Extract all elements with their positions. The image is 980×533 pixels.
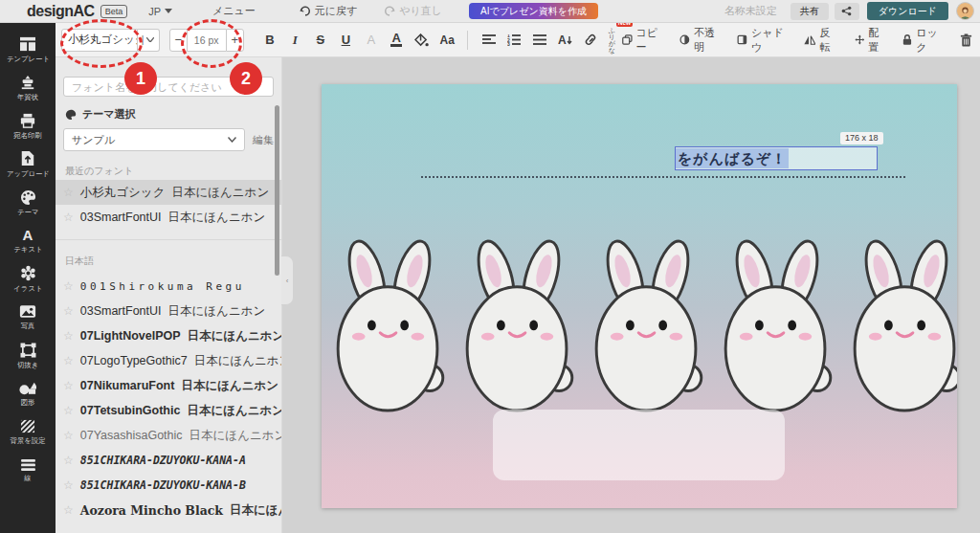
line-spacing-button[interactable] [526,28,551,53]
font-size-increase-button[interactable]: + [226,29,244,52]
flip-button[interactable]: 反転 [804,26,836,55]
panel-scrollbar[interactable] [275,105,279,276]
language-dropdown[interactable]: JP [148,6,172,17]
document-title[interactable]: 名称未設定 [724,4,777,18]
theme-edit-link[interactable]: 編集 [253,133,274,147]
furigana-button[interactable]: New ふり がな [609,27,622,54]
sidebar-item-templates[interactable]: テンプレート [0,31,56,69]
sidebar-item-theme[interactable]: テーマ [0,184,56,222]
design-canvas[interactable]: 176 x 18 をがんばるぞ！ [322,84,957,508]
chevron-down-icon [228,137,236,143]
newyear-card-icon [19,75,36,90]
favorite-star-icon[interactable]: ☆ [63,503,74,517]
text-color-button[interactable]: A [384,28,409,53]
sidebar-item-photo[interactable]: 写真 [0,299,56,337]
favorite-star-icon[interactable]: ☆ [63,454,74,467]
sidebar-item-address-print[interactable]: 宛名印刷 [0,107,56,145]
text-case-button[interactable]: Aa [434,28,459,53]
theme-dropdown[interactable]: サンプル [63,128,245,151]
favorite-star-icon[interactable]: ☆ [63,478,74,492]
font-list-item[interactable]: ☆ 小杉丸ゴシック 日本にほんニホン [56,180,282,205]
bunny-illustration[interactable] [462,235,575,413]
fill-color-button[interactable] [410,28,434,53]
bunny-illustration[interactable] [850,235,957,413]
sidebar-item-line[interactable]: 線 [0,452,56,490]
font-name-select[interactable]: 小杉丸ゴシック [61,29,138,52]
font-list-item[interactable]: ☆ 03SmartFontUI 日本にほんニホン [56,205,282,230]
theme-select-label: テーマ選択 [65,107,136,122]
text-icon: A [20,228,35,242]
chevron-down-icon [165,9,172,13]
undo-button[interactable]: 元に戻す [300,4,358,18]
workspace[interactable]: 176 x 18 をがんばるぞ！ [282,57,980,533]
bunny-illustration[interactable] [721,235,834,413]
dotted-line-graphic[interactable] [421,176,905,178]
font-list-item[interactable]: ☆ 851CHIKARA-DZUYOKU-KANA-B [56,473,282,498]
font-list-item[interactable]: ☆ Aozora Mincho Black 日本にほんニホン [56,498,282,522]
user-avatar[interactable] [956,2,974,20]
strikethrough-button[interactable]: S [308,28,333,53]
font-list-item[interactable]: ☆ 07NikumaruFont 日本にほんニホン [56,373,282,398]
text-placeholder-box[interactable] [493,410,785,480]
share-link-button[interactable] [835,3,859,20]
favorite-star-icon[interactable]: ☆ [63,379,74,392]
sidebar-item-illustration[interactable]: イラスト [0,260,56,299]
bold-button[interactable]: B [257,28,282,53]
photo-icon [19,304,36,319]
font-list-item[interactable]: ☆ 851CHIKARA-DZUYOKU-KANA-A [56,448,282,473]
font-list-item[interactable]: ☆ 07TetsubinGothic 日本にほんニホン [56,398,282,423]
opacity-icon [679,33,690,46]
font-style-dropdown[interactable]: | [138,29,160,52]
bunny-illustration[interactable] [333,235,446,413]
sidebar-item-upload[interactable]: アップロード [0,145,56,184]
font-size-value[interactable]: 16 px [188,29,226,52]
redo-button[interactable]: やり直し [384,4,442,18]
menu-button[interactable]: メニュー [212,4,256,18]
paint-bucket-icon [414,33,429,47]
share-button[interactable]: 共有 [791,3,829,20]
italic-button[interactable]: I [282,28,307,53]
panel-collapse-tab[interactable]: ‹ [281,255,294,305]
trash-icon [960,33,972,47]
selected-text-element[interactable]: をがんばるぞ！ [675,146,878,170]
copy-button[interactable]: コピー [622,26,662,55]
underline-button[interactable]: U [333,28,358,53]
avatar-person-icon [958,5,972,19]
sidebar-item-crop[interactable]: 切抜き [0,337,56,375]
sidebar-item-text[interactable]: A テキスト [0,222,56,260]
font-list-item[interactable]: ☆ 03SmartFontUI 日本にほんニホン [56,299,282,323]
font-list-item[interactable]: ☆ 07LogoTypeGothic7 日本にほんニホン [56,348,282,373]
favorite-star-icon[interactable]: ☆ [63,429,74,442]
sidebar-item-background[interactable]: 背景を設定 [0,413,56,452]
favorite-star-icon[interactable]: ☆ [63,279,74,293]
bunny-illustration[interactable] [591,235,704,413]
favorite-star-icon[interactable]: ☆ [63,329,74,343]
font-list-item[interactable]: ☆ 07YasashisaGothic 日本にほんニホン [56,423,282,448]
font-search-input[interactable] [63,77,274,97]
favorite-star-icon[interactable]: ☆ [63,211,74,224]
link-button[interactable] [577,28,602,53]
text-outline-button[interactable]: A [359,28,384,53]
lock-button[interactable]: ロック [902,26,943,55]
letter-spacing-button[interactable]: A [552,28,577,53]
sidebar-item-shapes[interactable]: 図形 [0,375,56,413]
undo-icon [300,6,311,17]
list-button[interactable]: 123 [501,28,526,53]
favorite-star-icon[interactable]: ☆ [63,354,74,367]
sidebar-item-newyear-card[interactable]: 年賀状 [0,69,56,107]
ai-presentation-button[interactable]: AIでプレゼン資料を作成 [469,3,598,19]
shadow-button[interactable]: シャドウ [737,26,787,55]
download-button[interactable]: ダウンロード [867,2,948,20]
favorite-star-icon[interactable]: ☆ [63,304,74,318]
beta-badge: Beta [100,5,128,18]
font-list-item[interactable]: ☆ 001Shirokuma Regu [56,274,282,299]
opacity-button[interactable]: 不透明 [679,26,720,55]
align-button[interactable] [476,28,501,53]
favorite-star-icon[interactable]: ☆ [63,186,74,199]
svg-text:3: 3 [507,41,510,46]
favorite-star-icon[interactable]: ☆ [63,404,74,417]
arrange-button[interactable]: 配置 [855,26,886,55]
font-list-item[interactable]: ☆ 07LightNovelPOP 日本にほんニホン [56,323,282,348]
delete-button[interactable] [960,33,972,47]
font-size-decrease-button[interactable]: − [169,29,188,52]
